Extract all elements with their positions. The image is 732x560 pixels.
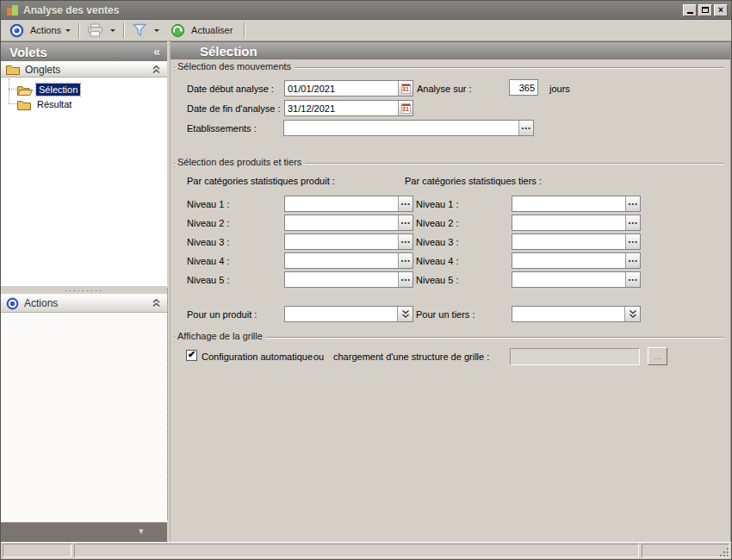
status-cell-left <box>3 544 71 557</box>
etablissements-ellipsis-button[interactable]: … <box>518 121 533 135</box>
date-end-input[interactable] <box>285 101 398 115</box>
tree-connector <box>9 78 9 104</box>
tiers-level-3-label: Niveau 3 : <box>416 237 459 247</box>
collapse-panel-icon[interactable]: « <box>153 45 160 59</box>
tiers-combo-input[interactable] <box>512 307 624 321</box>
product-level-4-label: Niveau 4 : <box>187 256 230 266</box>
tiers-level-5-input[interactable] <box>512 272 625 287</box>
date-start-field: 31 <box>284 80 413 96</box>
date-start-calendar-button[interactable]: 31 <box>398 81 413 96</box>
date-end-calendar-button[interactable]: 31 <box>398 101 413 115</box>
tiers-level-3-input[interactable] <box>512 234 625 249</box>
onglets-group-label: Onglets <box>25 64 60 76</box>
chevron-down-double-icon <box>400 309 411 319</box>
toolbar-separator <box>78 22 79 38</box>
tiers-combo-dropdown-button[interactable] <box>624 307 640 321</box>
close-button[interactable]: × <box>714 4 728 16</box>
tiers-level-4-input[interactable] <box>512 253 625 268</box>
product-level-5-input[interactable] <box>285 272 398 287</box>
tiers-level-4-ellipsis-button[interactable]: … <box>625 253 640 268</box>
product-level-3-input[interactable] <box>285 234 398 249</box>
jours-label: jours <box>549 84 570 94</box>
closed-folder-icon <box>17 99 31 110</box>
tiers-level-2-field: … <box>512 215 641 231</box>
calendar-icon: 31 <box>401 103 411 114</box>
tiers-level-1-input[interactable] <box>512 196 625 211</box>
group-legend-grid: Affichage de la grille <box>176 331 266 341</box>
etablissements-input[interactable] <box>284 121 518 135</box>
product-level-2-label: Niveau 2 : <box>187 218 230 228</box>
sidebar-bottom-bar[interactable]: ▾ <box>1 522 167 542</box>
tiers-level-5-field: … <box>512 271 641 288</box>
product-level-3-ellipsis-button[interactable]: … <box>398 234 413 249</box>
product-level-4-ellipsis-button[interactable]: … <box>398 253 413 268</box>
refresh-icon <box>171 23 185 38</box>
status-bar <box>1 542 731 559</box>
status-cell-right <box>642 544 729 557</box>
tiers-level-5-label: Niveau 5 : <box>416 275 459 285</box>
print-button[interactable] <box>87 23 103 37</box>
actions-menu-button[interactable]: Actions <box>30 25 61 35</box>
chevron-down-icon[interactable]: ▾ <box>139 526 144 537</box>
tree-item-selection[interactable]: Sélection <box>17 83 80 96</box>
printer-icon <box>87 23 103 37</box>
sidebar-splitter-handle[interactable]: ········· <box>1 286 167 294</box>
analyse-sur-label: Analyse sur : <box>417 84 472 94</box>
product-combo <box>284 306 413 322</box>
tiers-level-4-label: Niveau 4 : <box>416 256 459 266</box>
auto-config-label: Configuration automatique <box>202 352 313 362</box>
actions-panel-body <box>1 313 167 522</box>
resize-grip[interactable] <box>727 555 729 557</box>
refresh-button[interactable]: Actualiser <box>191 25 233 35</box>
analyse-sur-input[interactable] <box>510 80 537 95</box>
tiers-level-3-ellipsis-button[interactable]: … <box>625 234 640 249</box>
product-combo-input[interactable] <box>285 307 397 321</box>
tree-item-label[interactable]: Résultat <box>34 98 74 110</box>
minimize-icon <box>687 12 693 14</box>
maximize-button[interactable] <box>698 4 712 16</box>
print-dropdown-arrow-icon[interactable] <box>110 29 115 34</box>
load-structure-browse-button[interactable]: ... <box>648 347 667 365</box>
tiers-level-3-field: … <box>512 233 641 250</box>
tree-item-resultat[interactable]: Résultat <box>17 97 74 111</box>
panel-splitter-dots <box>167 289 168 520</box>
onglets-group-bar[interactable]: Onglets <box>1 61 167 78</box>
minimize-button[interactable] <box>683 4 697 16</box>
product-level-1-ellipsis-button[interactable]: … <box>398 196 413 211</box>
product-level-2-field: … <box>284 215 413 231</box>
product-level-2-ellipsis-button[interactable]: … <box>398 215 413 230</box>
date-end-field: 31 <box>284 100 413 116</box>
product-level-5-ellipsis-button[interactable]: … <box>398 272 413 287</box>
product-level-5-field: … <box>284 271 413 288</box>
check-icon: ✔ <box>188 350 195 359</box>
calendar-icon: 31 <box>401 84 411 94</box>
window-title: Analyse des ventes <box>23 4 683 16</box>
actions-target-icon <box>9 23 24 38</box>
product-level-1-input[interactable] <box>285 196 398 211</box>
tiers-level-2-input[interactable] <box>512 215 625 230</box>
folder-icon <box>6 64 20 75</box>
product-combo-dropdown-button[interactable] <box>397 307 413 321</box>
tiers-level-4-field: … <box>512 252 641 269</box>
product-level-4-input[interactable] <box>285 253 398 268</box>
product-level-2-input[interactable] <box>285 215 398 230</box>
load-structure-label: chargement d'une structure de grille : <box>333 352 489 362</box>
tiers-level-1-ellipsis-button[interactable]: … <box>625 196 640 211</box>
chevron-up-double-icon[interactable] <box>152 65 161 75</box>
auto-config-checkbox[interactable]: ✔ <box>186 350 197 361</box>
actions-group-bar[interactable]: Actions <box>1 294 167 313</box>
tree-item-label[interactable]: Sélection <box>36 84 80 96</box>
tiers-level-5-ellipsis-button[interactable]: … <box>625 272 640 287</box>
date-start-input[interactable] <box>285 81 398 96</box>
tiers-level-1-label: Niveau 1 : <box>416 199 459 209</box>
filter-dropdown-arrow-icon[interactable] <box>154 29 159 34</box>
status-cell-main <box>74 544 639 557</box>
actions-dropdown-arrow-icon[interactable] <box>65 29 71 34</box>
tiers-column-header: Par catégories statistiques tiers : <box>405 176 542 186</box>
sidebar: Volets « Onglets <box>1 41 167 542</box>
product-level-3-field: … <box>284 233 413 250</box>
tiers-level-2-ellipsis-button[interactable]: … <box>625 215 640 230</box>
load-structure-input[interactable] <box>510 348 640 365</box>
filter-button[interactable] <box>132 23 147 37</box>
chevron-up-double-icon[interactable] <box>152 298 161 308</box>
